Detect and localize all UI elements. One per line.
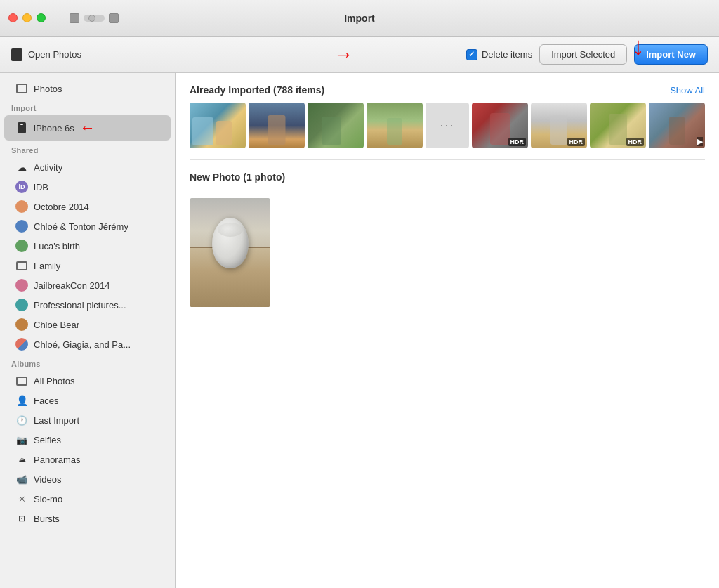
- sidebar: Photos Import iPhone 6s ← Shared ☁ Activ…: [0, 73, 176, 588]
- ellipsis-icon: ···: [440, 118, 454, 133]
- sidebar-item-chloe-bear[interactable]: Chloé Bear: [4, 315, 171, 334]
- sidebar-item-jailbreakcon[interactable]: JailbreakCon 2014: [4, 275, 171, 295]
- sidebar-item-iphone[interactable]: iPhone 6s ←: [4, 115, 171, 141]
- sidebar-bursts-label: Bursts: [34, 514, 60, 524]
- sidebar-item-all-photos[interactable]: All Photos: [4, 371, 171, 391]
- photo-thumb-3[interactable]: [308, 103, 364, 148]
- photo-thumb-8[interactable]: ▶: [649, 103, 705, 148]
- sidebar-item-last-import[interactable]: 🕐 Last Import: [4, 410, 171, 430]
- all-photos-icon: [15, 374, 28, 387]
- photos-icon: [15, 82, 28, 95]
- sidebar-chloe-tonton-label: Chloé & Tonton Jérémy: [34, 221, 128, 232]
- new-photo-header: New Photo (1 photo): [190, 160, 705, 198]
- toolbar-left: Open Photos: [11, 48, 81, 61]
- close-button[interactable]: [8, 13, 18, 22]
- sidebar-item-octobre[interactable]: Octobre 2014: [4, 197, 171, 216]
- sidebar-item-slomo[interactable]: ✳ Slo-mo: [4, 489, 171, 509]
- chloe-giagia-avatar: [15, 338, 28, 351]
- sidebar-all-photos-label: All Photos: [34, 376, 75, 386]
- already-imported-title: Already Imported (788 items): [190, 84, 324, 96]
- delete-items-checkbox[interactable]: [466, 49, 477, 60]
- already-imported-header: Already Imported (788 items) Show All: [176, 73, 719, 103]
- hdr-badge-6: HDR: [567, 138, 586, 146]
- sidebar-slomo-label: Slo-mo: [34, 494, 62, 504]
- selfies-icon: 📷: [15, 433, 28, 446]
- sidebar-item-family[interactable]: Family: [4, 256, 171, 275]
- photo-thumb-1[interactable]: [190, 103, 246, 148]
- sidebar-item-professional[interactable]: Professional pictures...: [4, 295, 171, 315]
- bursts-icon: ⊡: [15, 512, 28, 525]
- sidebar-item-lucas-birth[interactable]: Luca's birth: [4, 236, 171, 256]
- new-photo-title: New Photo (1 photo): [190, 171, 285, 183]
- lucas-birth-avatar: [15, 240, 28, 252]
- octobre-avatar: [15, 200, 28, 213]
- shared-section-label: Shared: [0, 141, 175, 157]
- sidebar-item-activity[interactable]: ☁ Activity: [4, 157, 171, 177]
- photo-thumb-4[interactable]: [367, 103, 423, 148]
- chloe-tonton-avatar: [15, 220, 28, 233]
- photo-thumb-ellipsis: ···: [426, 103, 469, 148]
- show-all-button[interactable]: Show All: [670, 85, 705, 96]
- family-icon: [15, 259, 28, 272]
- sidebar-family-label: Family: [34, 261, 60, 271]
- sidebar-item-chloe-giagia[interactable]: Chloé, Giagia, and Pa...: [4, 334, 171, 354]
- sidebar-chloe-giagia-label: Chloé, Giagia, and Pa...: [34, 339, 131, 350]
- sidebar-photos-label: Photos: [34, 84, 62, 94]
- delete-items-label: Delete items: [482, 49, 532, 60]
- new-photo-thumb[interactable]: [190, 198, 270, 307]
- faces-icon: 👤: [15, 394, 28, 407]
- sidebar-last-import-label: Last Import: [34, 415, 79, 426]
- sidebar-activity-label: Activity: [34, 162, 62, 173]
- iphone-icon: [15, 122, 28, 134]
- grid-view-icon[interactable]: [109, 13, 119, 23]
- photo-thumb-5[interactable]: HDR: [472, 103, 528, 148]
- idb-avatar: iD: [15, 181, 28, 193]
- sidebar-iphone-label: iPhone 6s: [34, 123, 74, 133]
- sidebar-item-idb[interactable]: iD iDB: [4, 177, 171, 197]
- window-title: Import: [344, 13, 375, 24]
- import-new-button[interactable]: Import New: [634, 44, 708, 65]
- sidebar-selfies-label: Selfies: [34, 435, 61, 445]
- cloud-icon: ☁: [15, 161, 28, 174]
- minimize-button[interactable]: [22, 13, 32, 22]
- sidebar-faces-label: Faces: [34, 396, 58, 406]
- chloe-bear-avatar: [15, 318, 28, 331]
- sidebar-item-photos[interactable]: Photos: [4, 79, 171, 98]
- sidebar-octobre-label: Octobre 2014: [34, 202, 89, 212]
- hdr-badge-7: HDR: [626, 138, 645, 146]
- sidebar-chloe-bear-label: Chloé Bear: [34, 320, 79, 330]
- photo-strip: ··· HDR HDR HDR ▶: [176, 103, 719, 159]
- sidebar-professional-label: Professional pictures...: [34, 300, 126, 311]
- new-photo-section: New Photo (1 photo): [176, 160, 719, 307]
- sidebar-item-faces[interactable]: 👤 Faces: [4, 391, 171, 410]
- zoom-slider[interactable]: [84, 15, 105, 22]
- sidebar-item-bursts[interactable]: ⊡ Bursts: [4, 509, 171, 528]
- titlebar-controls: [60, 13, 119, 23]
- hdr-badge-5: HDR: [508, 138, 527, 146]
- toolbar-right: Delete items Import Selected Import New: [466, 44, 708, 65]
- delete-items-container: Delete items: [466, 49, 532, 60]
- photo-thumb-7[interactable]: HDR: [590, 103, 646, 148]
- video-badge-8: ▶: [697, 137, 703, 146]
- sidebar-item-panoramas[interactable]: ⛰ Panoramas: [4, 450, 171, 469]
- content-area: Already Imported (788 items) Show All ··…: [176, 73, 719, 588]
- maximize-button[interactable]: [37, 13, 46, 22]
- panoramas-icon: ⛰: [15, 453, 28, 466]
- sidebar-item-videos[interactable]: 📹 Videos: [4, 469, 171, 489]
- phone-icon: [11, 48, 22, 61]
- photo-thumb-6[interactable]: HDR: [531, 103, 587, 148]
- videos-icon: 📹: [15, 473, 28, 485]
- sidebar-toggle-icon[interactable]: [70, 13, 79, 23]
- slomo-icon: ✳: [15, 492, 28, 505]
- iphone-left-arrow-annotation: ←: [80, 119, 95, 137]
- sidebar-item-chloe-tonton[interactable]: Chloé & Tonton Jérémy: [4, 216, 171, 236]
- open-photos-label: Open Photos: [28, 49, 81, 60]
- zoom-controls: [84, 15, 105, 22]
- traffic-lights: [8, 13, 46, 22]
- professional-avatar: [15, 299, 28, 311]
- photo-thumb-2[interactable]: [249, 103, 305, 148]
- import-selected-button[interactable]: Import Selected: [539, 44, 627, 65]
- sidebar-panoramas-label: Panoramas: [34, 455, 80, 465]
- sidebar-item-selfies[interactable]: 📷 Selfies: [4, 430, 171, 450]
- sidebar-lucas-birth-label: Luca's birth: [34, 241, 80, 251]
